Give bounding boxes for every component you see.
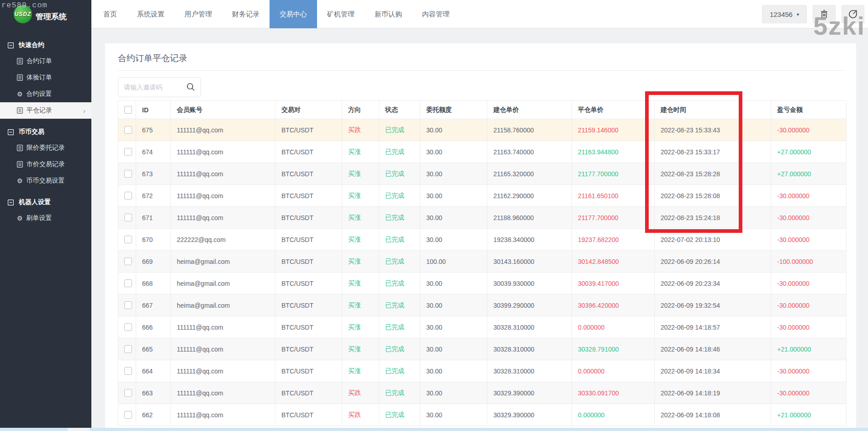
list-icon <box>17 161 23 168</box>
cell-status: 已完成 <box>379 382 420 404</box>
row-checkbox[interactable] <box>124 411 132 419</box>
cell-profit: -30.000000 <box>771 360 847 382</box>
nav-tab[interactable]: 矿机管理 <box>317 0 365 28</box>
cell-open-time: 2022-06-09 14:18:34 <box>655 360 771 382</box>
cell-pair: BTC/USDT <box>275 119 342 141</box>
row-checkbox[interactable] <box>124 148 132 156</box>
row-checkbox[interactable] <box>124 345 132 353</box>
cell-direction: 买跌 <box>342 119 379 141</box>
nav-tab[interactable]: 新币认购 <box>365 0 412 28</box>
nav-tab[interactable]: 财务记录 <box>222 0 270 28</box>
row-checkbox[interactable] <box>124 323 132 331</box>
cell-pair: BTC/USDT <box>275 185 342 207</box>
sidebar-item[interactable]: ⚙ 合约订单 › <box>0 53 91 69</box>
sidebar-item[interactable]: ⚙ 合约设置 › <box>0 86 91 102</box>
cell-profit: -30.000000 <box>771 229 847 251</box>
cell-account: 111111@qq.com <box>171 141 275 163</box>
sidebar-item[interactable]: ⚙ 刷单设置 › <box>0 210 91 226</box>
cell-open-price: 21158.760000 <box>487 119 572 141</box>
cell-open-time: 2022-08-23 15:24:18 <box>655 207 771 229</box>
user-menu-button[interactable]: 123456 ▾ <box>762 5 807 23</box>
cell-checkbox <box>118 185 136 207</box>
cell-direction: 买涨 <box>342 251 379 273</box>
nav-tab-label: 内容管理 <box>422 10 450 18</box>
nav-tab[interactable]: 系统设置 <box>127 0 175 28</box>
cell-direction: 买涨 <box>342 273 379 294</box>
sidebar-item[interactable]: ⚙ 体验订单 › <box>0 69 91 86</box>
sidebar-item[interactable]: ⚙ 平仓记录 › <box>0 102 91 119</box>
cell-profit: +21.000000 <box>771 338 847 360</box>
search-icon[interactable] <box>186 83 195 91</box>
row-checkbox[interactable] <box>124 301 132 309</box>
row-checkbox[interactable] <box>124 279 132 287</box>
row-checkbox[interactable] <box>124 170 132 178</box>
chevron-right-icon: › <box>83 107 85 115</box>
nav-tab[interactable]: 用户管理 <box>175 0 222 28</box>
main-nav: 首页系统设置用户管理财务记录交易中心矿机管理新币认购内容管理 <box>91 0 460 28</box>
nav-tab-label: 矿机管理 <box>327 10 355 18</box>
row-checkbox[interactable] <box>124 258 132 265</box>
nav-tab-label: 财务记录 <box>232 10 259 18</box>
sidebar-item[interactable]: ⚙ 币币交易设置 › <box>0 173 91 189</box>
nav-tab-label: 系统设置 <box>137 10 164 18</box>
cell-checkbox <box>118 360 136 382</box>
row-checkbox[interactable] <box>124 236 132 243</box>
cell-amount: 30.00 <box>420 294 487 316</box>
table-row: 664 111111@qq.com BTC/USDT 买涨 已完成 30.00 … <box>118 360 847 382</box>
cell-close-price: 30330.091700 <box>572 382 655 404</box>
cell-id: 663 <box>136 382 171 404</box>
row-checkbox[interactable] <box>124 389 132 397</box>
list-icon <box>17 58 23 64</box>
cell-pair: BTC/USDT <box>275 360 342 382</box>
column-header: 交易对 <box>275 101 342 119</box>
nav-tab[interactable]: 内容管理 <box>412 0 460 28</box>
select-all-checkbox[interactable] <box>124 106 132 114</box>
sidebar-section-title[interactable]: 机器人设置 <box>0 194 91 210</box>
scrollbar-thumb[interactable] <box>68 428 90 431</box>
sidebar: 快速合约 ⚙ 合约订单 › ⚙ 体验订单 › ⚙ 合约设置 › <box>0 28 91 431</box>
row-checkbox[interactable] <box>124 367 132 375</box>
column-header: ID <box>136 101 171 119</box>
cell-close-price: 21163.944800 <box>572 141 655 163</box>
list-icon <box>17 145 23 151</box>
nav-tab[interactable]: 首页 <box>93 0 127 28</box>
nav-tab[interactable]: 交易中心 <box>270 0 317 28</box>
cell-account: 111111@qq.com <box>171 316 275 338</box>
column-header: 平仓单价 <box>572 101 655 119</box>
cell-close-price: 21159.146000 <box>572 119 655 141</box>
watermark-top-right: 5zki <box>813 11 865 41</box>
row-checkbox[interactable] <box>124 126 132 134</box>
sidebar-item[interactable]: ⚙ 限价委托记录 › <box>0 140 91 156</box>
cell-direction: 买跌 <box>342 382 379 404</box>
row-checkbox[interactable] <box>124 192 132 200</box>
search-box <box>118 77 201 97</box>
sidebar-section-title[interactable]: 快速合约 <box>0 37 91 53</box>
cell-amount: 30.00 <box>420 338 487 360</box>
cell-open-price: 30329.390000 <box>487 404 572 426</box>
sidebar-section-label: 币币交易 <box>19 128 44 136</box>
cell-open-price: 30039.930000 <box>487 273 572 294</box>
cell-close-price: 21177.700000 <box>572 163 655 185</box>
sidebar-item[interactable]: ⚙ 市价交易记录 › <box>0 156 91 173</box>
cell-direction: 买涨 <box>342 229 379 251</box>
row-checkbox[interactable] <box>124 214 132 221</box>
sidebar-item-label: 体验订单 <box>26 74 52 82</box>
table-row: 674 111111@qq.com BTC/USDT 买涨 已完成 30.00 … <box>118 141 847 163</box>
cell-profit: +21.000000 <box>771 404 847 426</box>
cell-checkbox <box>118 338 136 360</box>
sidebar-section-title[interactable]: 币币交易 <box>0 124 91 140</box>
sidebar-item-label: 市价交易记录 <box>26 160 65 168</box>
cell-id: 668 <box>136 273 171 294</box>
cell-profit: -30.000000 <box>771 207 847 229</box>
cell-open-time: 2022-08-23 15:28:28 <box>655 163 771 185</box>
cell-account: 111111@qq.com <box>171 338 275 360</box>
cell-open-price: 21188.960000 <box>487 207 572 229</box>
cell-id: 670 <box>136 229 171 251</box>
table-row: 673 111111@qq.com BTC/USDT 买涨 已完成 30.00 … <box>118 163 847 185</box>
cell-amount: 30.00 <box>420 273 487 294</box>
nav-tab-label: 用户管理 <box>185 10 212 18</box>
cell-account: 111111@qq.com <box>171 119 275 141</box>
title-divider <box>118 70 843 71</box>
horizontal-scrollbar[interactable] <box>0 428 868 431</box>
topbar: USDZ 管理系统 首页系统设置用户管理财务记录交易中心矿机管理新币认购内容管理… <box>0 0 868 28</box>
